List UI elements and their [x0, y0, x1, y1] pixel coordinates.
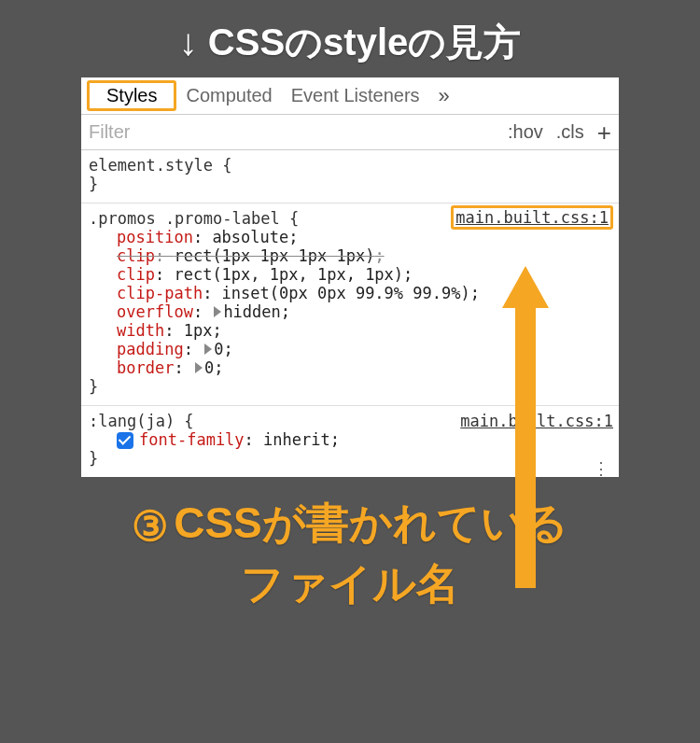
- toggle-hov[interactable]: :hov: [508, 121, 543, 143]
- tab-event-listeners[interactable]: Event Listeners: [282, 81, 429, 110]
- expand-triangle-icon[interactable]: [214, 306, 221, 317]
- declaration[interactable]: clip: rect(1px 1px 1px 1px);: [89, 246, 611, 265]
- source-link-lang[interactable]: main.built.css:1: [460, 412, 613, 430]
- checkbox-icon[interactable]: [117, 432, 133, 449]
- tabs-more-icon[interactable]: »: [429, 84, 450, 108]
- filter-input[interactable]: Filter: [89, 121, 130, 143]
- tab-styles[interactable]: Styles: [97, 81, 166, 109]
- tab-computed[interactable]: Computed: [176, 81, 281, 110]
- source-link-promos[interactable]: main.built.css:1: [451, 205, 613, 230]
- devtools-styles-panel: Styles Computed Event Listeners » Filter…: [81, 77, 619, 477]
- brace-close: }: [89, 449, 611, 468]
- brace-close: }: [89, 175, 611, 193]
- declaration[interactable]: position: absolute;: [89, 228, 611, 246]
- selector-element-style[interactable]: element.style {: [89, 156, 611, 175]
- rule-promos: main.built.css:1 .promos .promo-label { …: [81, 203, 619, 406]
- annotation-header: ↓ CSSのstyleの見方: [0, 0, 700, 77]
- annotation-footer: ③CSSが書かれている ファイル名: [0, 494, 700, 612]
- expand-triangle-icon[interactable]: [195, 362, 203, 373]
- declaration-font-family[interactable]: font-family: inherit;: [89, 430, 611, 449]
- toggle-cls[interactable]: .cls: [556, 121, 584, 143]
- brace-close: }: [89, 377, 611, 396]
- declaration[interactable]: width: 1px;: [89, 321, 611, 340]
- tab-styles-highlight: Styles: [87, 80, 176, 111]
- declaration[interactable]: padding: 0;: [89, 340, 611, 358]
- rule-lang-ja: main.built.css:1 :lang(ja) { font-family…: [81, 406, 619, 477]
- step-number-3: ③: [132, 498, 168, 554]
- expand-triangle-icon[interactable]: [204, 343, 212, 355]
- new-style-rule-button[interactable]: +: [597, 120, 611, 145]
- declaration[interactable]: overflow: hidden;: [89, 302, 611, 321]
- declaration[interactable]: clip: rect(1px, 1px, 1px, 1px);: [89, 265, 611, 284]
- kebab-menu-icon[interactable]: ⋮: [593, 465, 609, 471]
- rule-element-style: element.style { }: [81, 150, 619, 203]
- filter-row: Filter :hov .cls +: [81, 115, 619, 150]
- devtools-tabs: Styles Computed Event Listeners »: [81, 77, 619, 115]
- declaration[interactable]: clip-path: inset(0px 0px 99.9% 99.9%);: [89, 284, 611, 302]
- declaration[interactable]: border: 0;: [89, 358, 611, 377]
